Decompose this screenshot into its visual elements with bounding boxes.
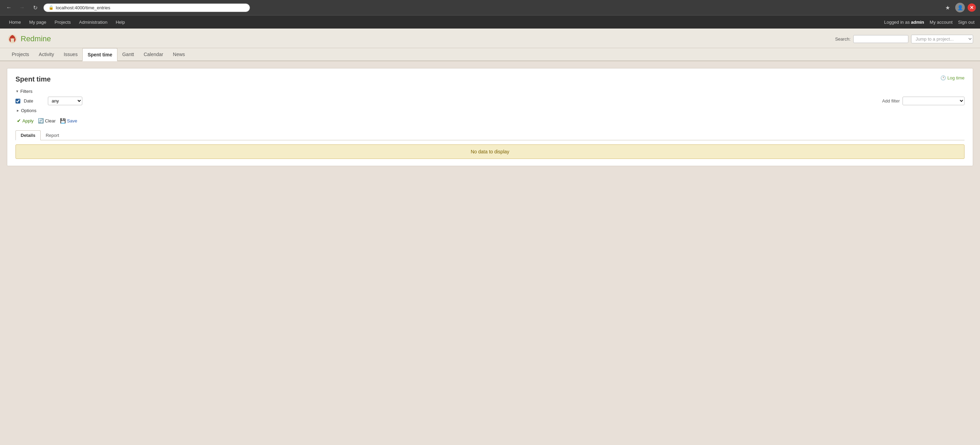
back-button[interactable]: ← xyxy=(4,3,14,13)
address-bar: 🔒 localhost:4000/time_entries xyxy=(43,3,250,12)
date-filter-select[interactable]: any today this week this month xyxy=(48,97,82,105)
add-filter-area: Add filter xyxy=(882,97,964,105)
options-toggle[interactable]: ► Options xyxy=(16,108,964,113)
top-nav-links: Home My page Projects Administration Hel… xyxy=(5,17,129,27)
my-account-link[interactable]: My account xyxy=(930,20,953,25)
log-time-label: Log time xyxy=(947,75,964,81)
bookmark-button[interactable]: ★ xyxy=(943,3,953,13)
clear-icon: 🔄 xyxy=(38,118,44,124)
top-nav-right: Logged in as admin My account Sign out xyxy=(884,20,975,25)
nav-projects[interactable]: Projects xyxy=(51,17,75,27)
options-label: Options xyxy=(21,108,37,113)
nav-administration[interactable]: Administration xyxy=(76,17,111,27)
clock-icon: 🕐 xyxy=(940,75,946,81)
filter-date-row: Date any today this week this month Add … xyxy=(16,97,964,105)
browser-right-icons: ★ 👤 ✕ xyxy=(943,3,976,13)
search-area: Search: Jump to a project... xyxy=(835,35,973,43)
filters-label: Filters xyxy=(20,89,32,94)
tab-details[interactable]: Details xyxy=(16,130,41,140)
date-filter-checkbox[interactable] xyxy=(16,99,20,103)
options-toggle-icon: ► xyxy=(16,109,20,112)
app-header: Redmine Search: Jump to a project... xyxy=(0,29,980,48)
url-text: localhost:4000/time_entries xyxy=(56,5,110,10)
search-input[interactable] xyxy=(853,35,908,43)
subnav-spent-time[interactable]: Spent time xyxy=(82,48,118,61)
reload-button[interactable]: ↻ xyxy=(30,3,40,13)
sign-out-link[interactable]: Sign out xyxy=(958,20,975,25)
log-time-link[interactable]: 🕐 Log time xyxy=(940,75,964,81)
subnav-projects[interactable]: Projects xyxy=(7,48,34,60)
apply-button[interactable]: ✔ Apply xyxy=(16,117,35,124)
subnav-issues[interactable]: Issues xyxy=(59,48,82,60)
app-logo[interactable]: Redmine xyxy=(7,33,51,44)
date-filter-label: Date xyxy=(24,98,45,103)
page-header: Spent time 🕐 Log time xyxy=(16,75,964,83)
tab-report[interactable]: Report xyxy=(41,130,64,140)
subnav-gantt[interactable]: Gantt xyxy=(118,48,139,60)
filters-toggle[interactable]: ▼ Filters xyxy=(16,89,964,94)
subnav-news[interactable]: News xyxy=(168,48,190,60)
action-buttons: ✔ Apply 🔄 Clear 💾 Save xyxy=(16,117,964,124)
jump-to-project-select[interactable]: Jump to a project... xyxy=(911,35,973,43)
nav-help[interactable]: Help xyxy=(112,17,129,27)
clear-button[interactable]: 🔄 Clear xyxy=(37,117,57,124)
content-box: Spent time 🕐 Log time ▼ Filters Date any… xyxy=(7,68,973,166)
profile-icon: 👤 xyxy=(955,3,965,13)
subnav-activity[interactable]: Activity xyxy=(34,48,59,60)
no-data-message: No data to display xyxy=(16,144,964,159)
lock-icon: 🔒 xyxy=(49,5,54,10)
nav-home[interactable]: Home xyxy=(5,17,24,27)
subnav-calendar[interactable]: Calendar xyxy=(139,48,168,60)
add-filter-select[interactable] xyxy=(902,97,964,105)
logged-in-text: Logged in as admin xyxy=(884,20,924,25)
add-filter-label: Add filter xyxy=(882,98,900,103)
username-bold: admin xyxy=(911,20,924,25)
tabs-row: Details Report xyxy=(16,130,964,140)
top-nav: Home My page Projects Administration Hel… xyxy=(0,16,980,29)
nav-mypage[interactable]: My page xyxy=(26,17,50,27)
sub-nav: Projects Activity Issues Spent time Gant… xyxy=(0,48,980,61)
page-title: Spent time xyxy=(16,75,51,83)
app-logo-text: Redmine xyxy=(21,34,51,43)
close-icon: ✕ xyxy=(967,3,976,12)
apply-icon: ✔ xyxy=(17,118,21,124)
save-button[interactable]: 💾 Save xyxy=(59,117,79,124)
filters-toggle-icon: ▼ xyxy=(16,89,19,93)
filters-section: ▼ Filters Date any today this week this … xyxy=(16,89,964,113)
redmine-logo-icon xyxy=(7,33,18,44)
main-content: Spent time 🕐 Log time ▼ Filters Date any… xyxy=(0,61,980,268)
save-icon: 💾 xyxy=(60,118,66,124)
search-label: Search: xyxy=(835,36,851,41)
browser-chrome: ← → ↻ 🔒 localhost:4000/time_entries ★ 👤 … xyxy=(0,0,980,16)
forward-button[interactable]: → xyxy=(17,3,27,13)
